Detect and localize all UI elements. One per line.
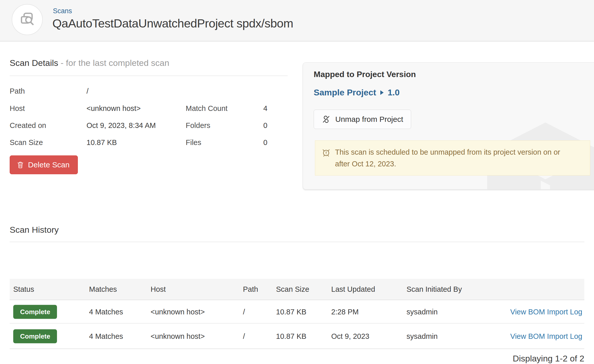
column-matches: Matches	[89, 285, 117, 294]
path-cell: /	[243, 308, 245, 316]
scan-size-cell: 10.87 KB	[276, 308, 306, 316]
matches-cell: 4 Matches	[89, 308, 123, 316]
alarm-clock-icon	[321, 148, 331, 157]
initiated-by-cell: sysadmin	[407, 332, 438, 341]
field-files: Files	[186, 138, 201, 147]
table-row: Complete 4 Matches <unknown host> / 10.8…	[10, 324, 584, 349]
scan-history-table-header: Status Matches Host Path Scan Size Last …	[10, 279, 584, 300]
breadcrumb-scans-link[interactable]: Scans	[53, 7, 72, 15]
matches-cell: 4 Matches	[89, 332, 123, 341]
page-title: QaAutoTestDataUnwatchedProject spdx/sbom	[52, 16, 293, 30]
scan-detail-page: Scans QaAutoTestDataUnwatchedProject spd…	[0, 0, 594, 364]
scan-avatar	[12, 4, 43, 35]
host-cell: <unknown host>	[151, 332, 205, 341]
mapped-panel: Mapped to Project Version Sample Project…	[303, 62, 594, 190]
field-path-value: /	[86, 87, 89, 95]
scan-details-heading: Scan Details - for the last completed sc…	[10, 58, 169, 68]
field-folders-value: 0	[263, 121, 267, 130]
field-folders: Folders	[186, 121, 210, 130]
unmap-warning-text: This scan is scheduled to be unmapped fr…	[335, 146, 577, 170]
field-path: Path	[10, 87, 25, 95]
scan-details-subtitle: - for the last completed scan	[61, 58, 169, 68]
field-scan-size: Scan Size	[10, 138, 43, 147]
view-bom-import-log-link[interactable]: View BOM Import Log	[510, 308, 582, 316]
unmap-button-label: Unmap from Project	[335, 115, 403, 124]
project-name: Sample Project	[314, 88, 376, 97]
scan-size-cell: 10.87 KB	[276, 332, 306, 341]
unmap-from-project-button[interactable]: Unmap from Project	[314, 110, 411, 129]
column-scan-initiated-by: Scan Initiated By	[407, 285, 462, 294]
path-cell: /	[243, 332, 245, 341]
delete-scan-button[interactable]: Delete Scan	[10, 155, 78, 174]
table-row: Complete 4 Matches <unknown host> / 10.8…	[10, 301, 584, 324]
trash-icon	[17, 161, 24, 169]
last-updated-cell: Oct 9, 2023	[331, 332, 369, 341]
view-bom-import-log-link[interactable]: View BOM Import Log	[510, 332, 582, 341]
column-last-updated: Last Updated	[331, 285, 375, 294]
host-cell: <unknown host>	[151, 308, 205, 316]
initiated-by-cell: sysadmin	[407, 308, 438, 316]
field-match-count-value: 4	[263, 104, 267, 113]
status-cell: Complete	[13, 305, 57, 319]
scan-details-divider	[10, 76, 288, 76]
field-scan-size-value: 10.87 KB	[86, 138, 117, 147]
status-cell: Complete	[13, 329, 57, 343]
field-files-value: 0	[263, 138, 267, 147]
field-created-on: Created on	[10, 121, 46, 130]
scan-search-icon	[18, 10, 36, 29]
mapped-panel-title: Mapped to Project Version	[314, 70, 416, 79]
column-path: Path	[243, 285, 258, 294]
scan-history-heading: Scan History	[10, 225, 59, 235]
column-scan-size: Scan Size	[276, 285, 309, 294]
unlink-icon	[322, 115, 331, 124]
status-badge: Complete	[13, 305, 57, 319]
paging-status: Displaying 1-2 of 2	[513, 354, 584, 363]
delete-scan-label: Delete Scan	[28, 161, 69, 169]
column-host: Host	[151, 285, 166, 294]
unmap-warning-alert: This scan is scheduled to be unmapped fr…	[315, 140, 590, 176]
scan-history-divider	[10, 242, 584, 242]
field-match-count: Match Count	[186, 104, 227, 113]
caret-right-icon	[380, 90, 384, 95]
project-version: 1.0	[388, 88, 400, 97]
scan-details-title: Scan Details	[10, 58, 58, 68]
field-host: Host	[10, 104, 25, 113]
field-created-on-value: Oct 9, 2023, 8:34 AM	[86, 121, 156, 130]
project-version-link[interactable]: Sample Project 1.0	[314, 88, 400, 97]
column-status: Status	[13, 285, 34, 294]
last-updated-cell: 2:28 PM	[331, 308, 359, 316]
field-host-value: <unknown host>	[86, 104, 141, 113]
status-badge: Complete	[13, 329, 57, 343]
page-header: Scans QaAutoTestDataUnwatchedProject spd…	[0, 0, 594, 41]
